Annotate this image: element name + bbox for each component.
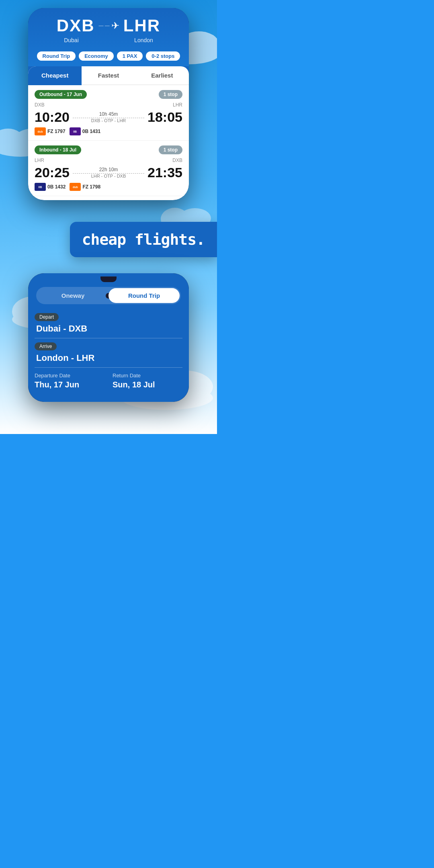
arrive-label: Arrive — [35, 342, 57, 350]
phone1-content: Cheapest Fastest Earliest Outbound - 17 … — [28, 66, 189, 200]
plane-icon: — — ✈ — [99, 20, 119, 31]
inbound-depart-time: 20:25 — [35, 165, 70, 180]
depart-label: Depart — [35, 313, 59, 321]
inbound-airline1-logo: 0B — [35, 183, 46, 191]
outbound-airlines: dub FZ 1797 0B 0B 1431 — [35, 127, 182, 135]
inbound-airline1: 0B 0B 1432 — [35, 183, 66, 191]
outbound-airline1: dub FZ 1797 — [35, 127, 66, 135]
tab-earliest[interactable]: Earliest — [135, 66, 189, 85]
outbound-airline2: 0B 0B 1431 — [70, 127, 100, 135]
outbound-airline2-logo: 0B — [70, 127, 81, 135]
outbound-stop-badge: 1 stop — [159, 90, 182, 99]
outbound-flight-card: Outbound - 17 Jun 1 stop DXB LHR 10:20 1… — [28, 85, 189, 141]
tabs-row: Cheapest Fastest Earliest — [28, 66, 189, 85]
outbound-duration: 10h 45m — [73, 111, 144, 117]
departure-date-label: Departure Date — [35, 373, 104, 379]
phone1: DXB — — ✈ LHR Dubai London Round Trip Ec… — [28, 8, 189, 200]
depart-value: Dubai - DXB — [35, 323, 182, 334]
origin-code: DXB — [57, 16, 95, 35]
date-row: Departure Date Thu, 17 Jun Return Date S… — [35, 373, 182, 389]
outbound-route: DXB - OTP - LHR — [73, 118, 144, 123]
outbound-duration-block: 10h 45m DXB - OTP - LHR — [70, 111, 147, 123]
arrive-value: London - LHR — [35, 353, 182, 363]
inbound-header: Inbound - 18 Jul 1 stop — [35, 145, 182, 154]
destination-city: London — [134, 37, 153, 43]
inbound-time-row: 20:25 22h 10m LHR - OTP - DXB 21:35 — [35, 165, 182, 180]
depart-field[interactable]: Depart Dubai - DXB — [35, 309, 182, 338]
departure-date-value: Thu, 17 Jun — [35, 380, 104, 389]
outbound-airports: DXB LHR — [35, 102, 182, 108]
outbound-header: Outbound - 17 Jun 1 stop — [35, 90, 182, 99]
trip-toggle[interactable]: Oneway Round Trip — [36, 287, 181, 304]
return-date-value: Sun, 18 Jul — [113, 380, 182, 389]
arrive-field[interactable]: Arrive London - LHR — [35, 338, 182, 368]
outbound-arrive-time: 18:05 — [147, 109, 182, 125]
cheap-flights-text: cheap flights. — [82, 231, 205, 248]
destination-code: LHR — [123, 16, 160, 35]
inbound-airlines: 0B 0B 1432 dub FZ 1798 — [35, 183, 182, 191]
inbound-duration-block: 22h 10m LHR - OTP - DXB — [70, 167, 147, 178]
return-date-block[interactable]: Return Date Sun, 18 Jul — [113, 373, 182, 389]
inbound-flight-card: Inbound - 18 Jul 1 stop LHR DXB 20:25 22… — [28, 141, 189, 196]
trip-roundtrip[interactable]: Round Trip — [108, 288, 180, 303]
inbound-arrive-time: 21:35 — [147, 165, 182, 180]
outbound-flight2: 0B 1431 — [82, 129, 100, 134]
inbound-to: DXB — [172, 158, 182, 163]
inbound-airline2-logo: dub — [70, 183, 81, 191]
tab-fastest[interactable]: Fastest — [82, 66, 135, 85]
phone1-header: DXB — — ✈ LHR Dubai London Round Trip Ec… — [28, 8, 189, 66]
phone2: Oneway Round Trip Depart Dubai - DXB Arr… — [28, 273, 189, 402]
inbound-airports: LHR DXB — [35, 158, 182, 163]
stops-pill[interactable]: 0-2 stops — [146, 51, 180, 61]
return-date-label: Return Date — [113, 373, 182, 379]
outbound-from: DXB — [35, 102, 45, 108]
inbound-badge: Inbound - 18 Jul — [35, 145, 81, 154]
pax-pill[interactable]: 1 PAX — [117, 51, 143, 61]
inbound-stop-badge: 1 stop — [159, 145, 182, 154]
cabin-pill[interactable]: Economy — [79, 51, 114, 61]
airport-row: DXB — — ✈ LHR — [36, 16, 181, 35]
notch-area — [28, 273, 189, 282]
origin-city: Dubai — [64, 37, 79, 43]
outbound-badge: Outbound - 17 Jun — [35, 90, 87, 99]
filter-pills: Round Trip Economy 1 PAX 0-2 stops — [36, 48, 181, 66]
outbound-flight1: FZ 1797 — [47, 129, 66, 134]
inbound-route: LHR - OTP - DXB — [73, 174, 144, 178]
outbound-to: LHR — [173, 102, 182, 108]
departure-date-block[interactable]: Departure Date Thu, 17 Jun — [35, 373, 104, 389]
inbound-flight1: 0B 1432 — [47, 184, 66, 190]
outbound-time-row: 10:20 10h 45m DXB - OTP - LHR 18:05 — [35, 109, 182, 125]
trip-type-pill[interactable]: Round Trip — [37, 51, 76, 61]
notch — [100, 276, 117, 282]
inbound-duration: 22h 10m — [73, 167, 144, 172]
inbound-from: LHR — [35, 158, 44, 163]
outbound-depart-time: 10:20 — [35, 109, 70, 125]
inbound-flight2: FZ 1798 — [82, 184, 100, 190]
airport-names: Dubai London — [36, 37, 181, 43]
tab-cheapest[interactable]: Cheapest — [28, 66, 82, 85]
outbound-airline1-logo: dub — [35, 127, 46, 135]
cheap-flights-banner: cheap flights. — [70, 222, 217, 257]
trip-oneway[interactable]: Oneway — [37, 288, 108, 303]
inbound-airline2: dub FZ 1798 — [70, 183, 100, 191]
